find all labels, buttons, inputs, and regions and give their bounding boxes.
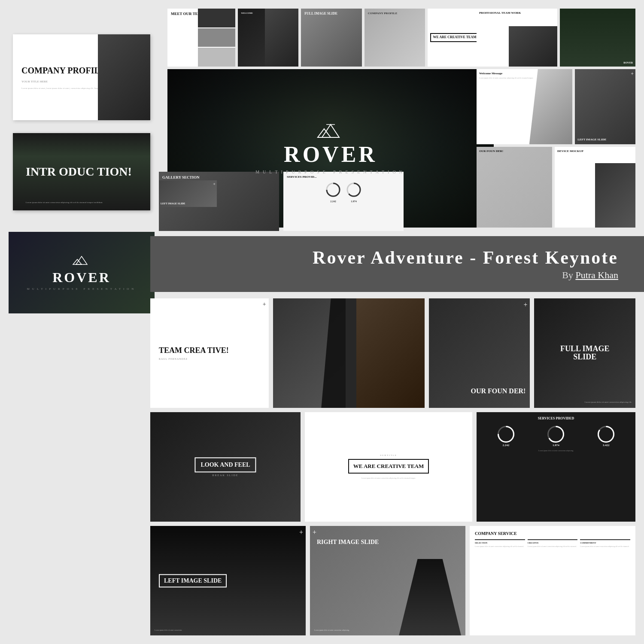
- device-mockup-small[interactable]: DEVICE MOCKUP: [555, 147, 635, 228]
- full-image-label: FULL IMAGE SLIDE: [304, 12, 337, 16]
- rover-label-small: ROVER: [623, 61, 633, 64]
- left-image-mid-preview[interactable]: + LEFT IMAGE SLIDE: [159, 180, 217, 207]
- welcome-img: [265, 9, 298, 67]
- top-previews-row: MEET OUR TEAM WELCOME FULL IMAGE SLIDE: [167, 9, 494, 67]
- plus-founder: +: [523, 301, 527, 309]
- left-column: COMPANY PROFILE YOUR TITLE HERE Lorem ip…: [9, 9, 163, 228]
- company-profile-slide-top[interactable]: COMPANY PROFILE YOUR TITLE HERE Lorem ip…: [13, 34, 150, 120]
- left-image-slide-b[interactable]: + LEFT IMAGE SLIDE Lorem ipsum dolor sit…: [150, 526, 306, 635]
- stats-row: 2.242 1.974: [481, 425, 631, 447]
- rover-logo-slide[interactable]: ROVER MULTIPURPOSE PRESENTATION: [9, 232, 155, 313]
- svg-marker-3: [76, 256, 87, 264]
- full-image-slide-preview[interactable]: FULL IMAGE SLIDE: [301, 9, 362, 67]
- services-preview-label: SERVICES PROVID...: [287, 175, 400, 179]
- meet-our-team-preview[interactable]: MEET OUR TEAM: [167, 9, 235, 67]
- we-are-creative-b[interactable]: SUBTITLE WE ARE CREATIVE TEAM Lorem ipsu…: [305, 412, 472, 522]
- cs-col-1: SELECTION Lorem ipsum dolor sit amet con…: [475, 539, 525, 548]
- plus-lim: +: [213, 182, 216, 186]
- ris-desc: Lorem ipsum dolor sit amet consectetur a…: [314, 629, 349, 631]
- services-provided-b[interactable]: SERVICES PROVIDED 2.242: [477, 412, 635, 522]
- company-profile-preview[interactable]: COMPANY PROFILE: [365, 9, 425, 67]
- persons-photo-slide[interactable]: [273, 298, 425, 408]
- stat-circle-2: [546, 425, 565, 444]
- stat-2-val: 1.974: [546, 444, 565, 447]
- right-image-slide[interactable]: + RIGHT IMAGE SLIDE Lorem ipsum dolor si…: [310, 526, 465, 635]
- title-banner: Rover Adventure - Forest Keynote By Putr…: [150, 236, 644, 292]
- s-circle-1: 2.242: [325, 181, 342, 203]
- services-b-desc: Lorem ipsum dolor sit amet consectetur a…: [481, 450, 631, 452]
- raul-name: RAUL FERNANDEZ: [159, 358, 188, 360]
- banner-author: By Putra Khan: [562, 270, 618, 281]
- gallery-label: GALLERY SECTION: [162, 175, 200, 180]
- our-founder-slide[interactable]: + OUR FOUN DER! VICTORIA NATALIE: [429, 298, 530, 408]
- ris-label: RIGHT IMAGE SLIDE: [317, 539, 379, 545]
- device-img: [595, 163, 635, 228]
- right-top-row: PROFESIONAL TEAM WORK ROVER: [477, 9, 635, 67]
- intro-title: INTR ODUC TION!: [26, 166, 132, 178]
- founder-small-label: OUR FOUN DER!: [479, 149, 503, 153]
- welcome-geo: [529, 69, 572, 144]
- stat-circle-3: [596, 425, 616, 444]
- img-block-2: [198, 28, 235, 47]
- stat-3-val: 3.422: [596, 444, 616, 447]
- mountain-icon: [313, 122, 348, 142]
- break-slide-label: BREAK SLIDE: [194, 474, 256, 477]
- forest-preview[interactable]: ROVER: [560, 9, 635, 67]
- rover-logo-title: ROVER: [52, 270, 111, 286]
- we-are-body: Lorem ipsum dolor sit amet consectetur a…: [361, 477, 416, 480]
- welcome-msg-slide[interactable]: Welcome Message Lorem ipsum dolor sit am…: [477, 69, 572, 144]
- svg-marker-4: [73, 259, 82, 264]
- svg-marker-0: [322, 125, 339, 137]
- plus-deco-1: +: [631, 71, 634, 77]
- img-block-1: [198, 9, 235, 27]
- cs-col1-text: Lorem ipsum dolor sit amet consectetur a…: [475, 545, 525, 548]
- s-stat2: 1.974: [345, 200, 362, 203]
- professional-slide[interactable]: PROFESIONAL TEAM WORK: [477, 9, 557, 67]
- full-image-b-desc: Lorem ipsum dolor sit amet consectetur a…: [585, 401, 632, 404]
- cs-col-2: CREATIVE Lorem ipsum dolor sit amet cons…: [528, 539, 578, 548]
- look-feel-label: LOOK AND FEEL: [200, 462, 250, 468]
- plus-lis-b: +: [299, 529, 303, 536]
- stat-1-val: 2.242: [496, 444, 516, 447]
- img-block-3: [198, 48, 235, 67]
- team-creative-slide[interactable]: + TEAM CREA TIVE! RAUL FERNANDEZ: [150, 298, 269, 408]
- we-are-b-box: WE ARE CREATIVE TEAM: [348, 459, 429, 474]
- banner-title: Rover Adventure - Forest Keynote: [313, 247, 618, 268]
- cs-columns: SELECTION Lorem ipsum dolor sit amet con…: [475, 539, 630, 548]
- rover-logo-mountain: [71, 255, 92, 267]
- rover-logo-sub: MULTIPURPOSE PRESENTATION: [27, 287, 137, 291]
- founder-label: OUR FOUN DER!: [471, 387, 526, 395]
- team-creative-label: TEAM CREA TIVE!: [159, 346, 229, 354]
- section1-label: SELECTION: [475, 542, 525, 544]
- stat-2: 1.974: [546, 425, 565, 447]
- services-preview[interactable]: SERVICES PROVID... 2.242 1.974: [283, 172, 404, 231]
- founder-overlay: [477, 147, 552, 228]
- page-wrapper: COMPANY PROFILE YOUR TITLE HERE Lorem ip…: [0, 0, 644, 644]
- bottom-row-3: + LEFT IMAGE SLIDE Lorem ipsum dolor sit…: [150, 526, 635, 635]
- we-are-b-label: WE ARE CREATIVE TEAM: [353, 463, 424, 469]
- plus-ris: +: [313, 529, 316, 536]
- services-b-label: SERVICES PROVIDED: [481, 416, 631, 420]
- rover-main-subtitle: MULTIPURPOSE PRESENTATION: [255, 170, 406, 174]
- device-label: DEVICE MOCKUP: [557, 149, 633, 153]
- stat-circle-1: [496, 425, 516, 444]
- author-name[interactable]: Putra Khan: [575, 270, 618, 280]
- s-circle-2: 1.974: [345, 181, 362, 203]
- our-founder-small[interactable]: OUR FOUN DER!: [477, 147, 552, 228]
- right-mid-row: Welcome Message Lorem ipsum dolor sit am…: [477, 69, 635, 144]
- left-image-slide-small[interactable]: + LEFT IMAGE SLIDE: [575, 69, 635, 144]
- cs-label: COMPANY SERVICE: [475, 531, 630, 536]
- introduction-slide[interactable]: INTR ODUC TION! Lorem ipsum dolor sit am…: [13, 133, 150, 210]
- company-profile-image: [98, 34, 150, 120]
- lim-label: LEFT IMAGE SLIDE: [161, 202, 185, 205]
- full-image-slide-b[interactable]: FULL IMAGE SLIDE Lorem ipsum dolor sit a…: [534, 298, 635, 408]
- stat-3: 3.422: [596, 425, 616, 447]
- svc-circle-2: [345, 181, 362, 198]
- look-and-feel-slide[interactable]: LOOK AND FEEL BREAK SLIDE: [150, 412, 301, 522]
- cs-col2-text: Lorem ipsum dolor sit amet consectetur a…: [528, 545, 578, 548]
- cs-col3-text: Lorem ipsum dolor sit amet consectetur a…: [580, 545, 630, 548]
- by-prefix: By: [562, 270, 575, 280]
- welcome-preview[interactable]: WELCOME: [238, 9, 299, 67]
- s-stat1: 2.242: [325, 200, 342, 203]
- company-service-slide[interactable]: COMPANY SERVICE SELECTION Lorem ipsum do…: [470, 526, 635, 635]
